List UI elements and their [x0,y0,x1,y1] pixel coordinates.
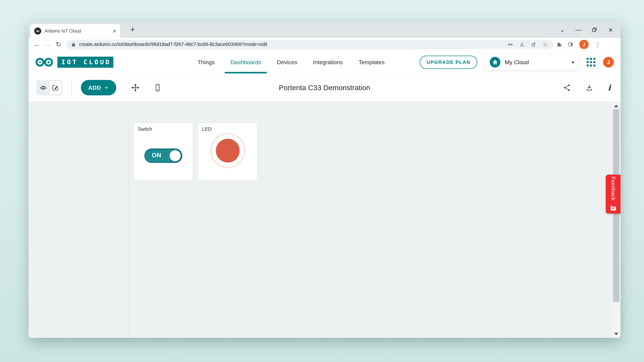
nav-item-integrations[interactable]: Integrations [312,51,344,73]
nav-item-dashboards[interactable]: Dashboards [229,51,262,73]
led-indicator [216,139,240,163]
close-window-button[interactable]: × [606,25,616,35]
nav-item-things[interactable]: Things [196,51,216,73]
browser-toolbar: ← → ↻ create.arduino.cc/iot/dashboards/9… [28,38,620,51]
widget-switch[interactable]: Switch ON [133,123,193,181]
widget-led[interactable]: LED [198,123,258,181]
edit-pencil-icon [52,84,59,91]
chevron-down-icon: ▾ [572,59,574,65]
side-panel-icon[interactable] [568,42,573,47]
iot-cloud-logo-text: IOT CLOUD [57,57,113,68]
reload-icon[interactable]: ↻ [54,39,64,49]
space-label: My Cloud [505,59,567,65]
dashboard-toolbar: ADD Portenta C33 Demonstration i [28,73,620,102]
bookmark-star-icon[interactable]: ☆ [542,41,548,48]
scroll-up-icon[interactable] [614,105,618,107]
eye-icon [40,84,47,91]
browser-profile-avatar[interactable]: J [579,40,589,49]
arduino-logo[interactable]: IOT CLOUD [35,57,113,68]
lock-icon [71,42,76,47]
omnibox-actions: ☆ [508,41,548,48]
led-glow-ring [210,133,245,168]
new-tab-button[interactable]: + [130,24,135,34]
chevron-down-icon [104,85,109,90]
minimize-button[interactable]: — [574,25,583,35]
restore-button[interactable] [590,25,600,35]
upgrade-plan-button[interactable]: UPGRADE PLAN [420,56,477,69]
arduino-favicon-icon: ∞ [34,27,41,34]
rearrange-widgets-button[interactable] [131,83,140,92]
space-selector[interactable]: My Cloud ▾ [485,54,579,70]
install-download-icon[interactable] [520,42,524,47]
password-key-icon[interactable] [508,42,513,47]
switch-toggle[interactable]: ON [144,148,182,163]
edit-mode-button[interactable] [49,81,62,94]
extensions-puzzle-icon[interactable] [556,42,562,47]
arduino-infinity-icon [35,57,55,68]
move-arrows-icon [131,83,140,92]
browser-window: ∞ Arduino IoT Cloud × + ⌄ — × ← → ↻ crea… [28,22,620,338]
scroll-down-icon[interactable] [614,333,618,335]
view-edit-toggle [36,80,62,95]
view-mode-button[interactable] [37,81,49,94]
browser-tab[interactable]: ∞ Arduino IoT Cloud × [30,24,120,38]
home-icon [490,57,500,67]
back-icon[interactable]: ← [32,39,42,49]
browser-extension-area: J ⋮ [556,40,601,49]
window-controls: ⌄ — × [558,22,616,38]
dashboard-main: Switch ON LED Fe [28,102,620,338]
url-text: create.arduino.cc/iot/dashboards/96d18ad… [79,41,505,47]
dashboard-actions: i [563,84,611,91]
add-label: ADD [88,84,101,91]
share-icon[interactable] [531,42,536,47]
feedback-label: Feedback [610,176,616,201]
feedback-button[interactable]: Feedback [606,175,620,214]
app-header: IOT CLOUD Things Dashboards Devices Inte… [28,51,620,73]
dashboard-canvas: Switch ON LED [128,115,510,338]
nav-item-templates[interactable]: Templates [357,51,386,73]
tab-close-icon[interactable]: × [112,28,116,34]
main-nav: Things Dashboards Devices Integrations T… [196,51,386,73]
user-avatar[interactable]: J [603,57,614,67]
browser-menu-icon[interactable]: ⋮ [595,41,601,48]
header-right: UPGRADE PLAN My Cloud ▾ J [420,51,614,73]
toggle-knob[interactable] [170,150,180,161]
share-nodes-icon[interactable] [563,84,571,91]
tab-search-icon[interactable]: ⌄ [558,25,567,35]
forward-icon[interactable]: → [43,39,53,49]
tab-title: Arduino IoT Cloud [44,28,109,34]
widget-label: Switch [134,123,193,135]
mobile-preview-button[interactable] [154,83,162,92]
info-icon[interactable]: i [608,84,611,91]
address-bar[interactable]: create.arduino.cc/iot/dashboards/96d18ad… [66,39,553,49]
page-scrollbar[interactable] [612,102,620,338]
toolbar-divider [72,79,72,96]
feedback-smiley-icon [610,204,617,212]
download-icon[interactable] [586,84,593,91]
tab-strip: ∞ Arduino IoT Cloud × + ⌄ — × [28,22,620,38]
switch-state: ON [152,152,162,159]
dashboard-title: Portenta C33 Demonstration [279,84,370,92]
nav-item-devices[interactable]: Devices [276,51,298,73]
desktop: ∞ Arduino IoT Cloud × + ⌄ — × ← → ↻ crea… [0,0,644,362]
apps-grid-icon[interactable] [587,58,595,66]
add-widget-button[interactable]: ADD [81,80,116,95]
smartphone-icon [154,83,162,92]
